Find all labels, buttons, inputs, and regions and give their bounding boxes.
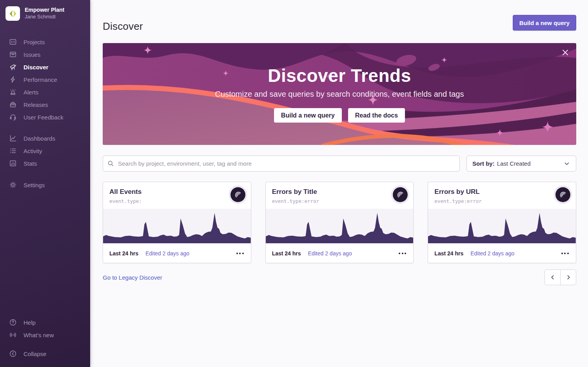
card-time-range: Last 24 hrs — [434, 250, 463, 257]
card-sparkline — [266, 209, 414, 243]
card-edited-link[interactable]: Edited 2 days ago — [308, 250, 352, 257]
sidebar-nav-bottom: Help What’s new — [0, 316, 90, 341]
sidebar-item-performance[interactable]: Performance — [0, 73, 90, 86]
context-menu-icon[interactable] — [398, 250, 407, 257]
pagination-prev-button[interactable] — [544, 269, 561, 285]
card-query: event.type: — [109, 198, 245, 204]
query-card-errors-by-url[interactable]: Errors by URL event.type:error Last 24 h… — [428, 182, 576, 263]
sidebar-item-issues[interactable]: Issues — [0, 48, 90, 61]
close-icon — [561, 48, 570, 57]
sidebar-item-activity[interactable]: Activity — [0, 145, 90, 157]
collapse-button[interactable]: Collapse — [0, 347, 90, 360]
card-edited-link[interactable]: Edited 2 days ago — [470, 250, 514, 257]
card-title: All Events — [109, 188, 245, 196]
org-name: Empower Plant — [25, 7, 64, 14]
saved-query-search-input[interactable] — [103, 155, 460, 172]
sidebar-item-user-feedback[interactable]: User Feedback — [0, 111, 90, 123]
sort-value: Last Created — [497, 160, 531, 167]
query-card-errors-by-title[interactable]: Errors by Title event.type:error Last 24… — [265, 182, 414, 263]
collapse-icon — [9, 350, 17, 358]
activity-icon — [9, 147, 17, 155]
pagination-next-button[interactable] — [560, 269, 576, 285]
stats-icon — [9, 159, 17, 167]
page-title: Discover — [103, 20, 143, 33]
build-new-query-button[interactable]: Build a new query — [513, 15, 576, 31]
sentry-logo-icon — [555, 187, 570, 202]
settings-icon — [9, 181, 17, 189]
context-menu-icon[interactable] — [561, 250, 570, 257]
performance-icon — [9, 76, 17, 83]
banner-build-query-button[interactable]: Build a new query — [274, 108, 342, 123]
sidebar-item-settings[interactable]: Settings — [0, 179, 90, 191]
banner-title: Discover Trends — [268, 65, 411, 86]
card-time-range: Last 24 hrs — [272, 250, 301, 257]
bottom-row: Go to Legacy Discover — [103, 269, 576, 285]
issues-icon — [9, 51, 17, 58]
releases-icon — [9, 101, 17, 108]
banner-subtitle: Customize and save queries by search con… — [215, 90, 464, 99]
help-icon — [9, 318, 17, 326]
chevron-right-icon — [565, 274, 572, 280]
whats-new-icon — [9, 331, 17, 339]
sort-dropdown[interactable]: Sort by: Last Created — [466, 155, 576, 172]
main-content: Discover Build a new query — [90, 0, 588, 367]
chevron-down-icon — [563, 160, 570, 167]
context-menu-icon[interactable] — [236, 250, 245, 257]
user-feedback-icon — [9, 113, 17, 121]
card-sparkline — [428, 209, 576, 243]
search-icon — [107, 160, 114, 167]
card-title: Errors by Title — [272, 188, 407, 196]
sidebar-item-discover[interactable]: Discover — [0, 61, 90, 73]
user-name: Jane Schmidt — [25, 14, 64, 20]
chevron-left-icon — [550, 274, 556, 280]
legacy-discover-link[interactable]: Go to Legacy Discover — [103, 274, 162, 281]
org-switcher[interactable]: Empower Plant Jane Schmidt — [0, 0, 90, 25]
sidebar-nav-secondary: Dashboards Activity Stats — [0, 132, 90, 170]
sidebar-nav-tertiary: Settings — [0, 179, 90, 191]
query-card-all-events[interactable]: All Events event.type: Last 24 hrs Edite… — [103, 182, 251, 263]
sort-label: Sort by: — [472, 160, 495, 167]
projects-icon — [9, 38, 17, 46]
sidebar-item-stats[interactable]: Stats — [0, 157, 90, 170]
banner-read-docs-button[interactable]: Read the docs — [348, 108, 405, 123]
sidebar-item-dashboards[interactable]: Dashboards — [0, 132, 90, 145]
card-edited-link[interactable]: Edited 2 days ago — [145, 250, 189, 257]
alerts-icon — [9, 88, 17, 96]
banner-close-button[interactable] — [561, 48, 570, 58]
query-controls: Sort by: Last Created — [103, 155, 576, 172]
sidebar-item-whats-new[interactable]: What’s new — [0, 329, 90, 341]
discover-trends-banner: Discover Trends Customize and save queri… — [103, 43, 576, 145]
card-query: event.type:error — [434, 198, 570, 204]
sidebar-item-alerts[interactable]: Alerts — [0, 86, 90, 98]
card-sparkline — [103, 209, 251, 243]
sidebar-item-releases[interactable]: Releases — [0, 98, 90, 111]
sidebar-item-help[interactable]: Help — [0, 316, 90, 329]
org-logo-icon — [5, 6, 20, 21]
saved-query-cards: All Events event.type: Last 24 hrs Edite… — [103, 182, 576, 263]
card-query: event.type:error — [272, 198, 407, 204]
banner-content: Discover Trends Customize and save queri… — [103, 43, 576, 145]
sidebar-collapse-group: Collapse — [0, 347, 90, 360]
card-title: Errors by URL — [434, 188, 570, 196]
page-header: Discover Build a new query — [103, 0, 576, 33]
sidebar-item-projects[interactable]: Projects — [0, 36, 90, 48]
sidebar-nav-primary: Projects Issues Discover Performance Ale… — [0, 36, 90, 123]
card-time-range: Last 24 hrs — [109, 250, 138, 257]
sentry-logo-icon — [230, 187, 245, 202]
pagination — [544, 269, 576, 285]
discover-icon — [9, 63, 17, 71]
sidebar: Empower Plant Jane Schmidt Projects Issu… — [0, 0, 90, 367]
dashboards-icon — [9, 134, 17, 142]
